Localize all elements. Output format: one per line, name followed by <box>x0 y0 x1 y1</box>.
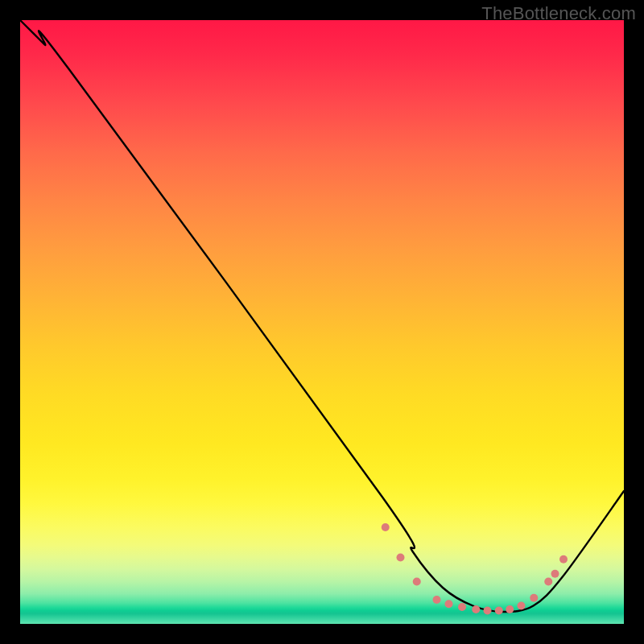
data-marker <box>458 603 466 611</box>
data-marker <box>413 578 421 586</box>
data-marker <box>397 554 405 562</box>
data-marker <box>506 605 514 613</box>
data-marker <box>382 523 390 531</box>
chart-stage: TheBottleneck.com <box>0 0 644 644</box>
data-marker <box>559 555 568 564</box>
data-marker <box>445 600 453 608</box>
data-marker <box>484 607 492 615</box>
data-marker <box>472 605 480 613</box>
data-marker <box>495 607 503 615</box>
data-marker <box>433 596 441 604</box>
data-marker <box>544 578 552 586</box>
curve-svg <box>20 20 624 624</box>
plot-area <box>20 20 624 624</box>
bottleneck-curve <box>20 20 624 612</box>
data-marker <box>518 602 526 610</box>
data-marker <box>551 570 559 578</box>
data-marker <box>530 594 538 602</box>
